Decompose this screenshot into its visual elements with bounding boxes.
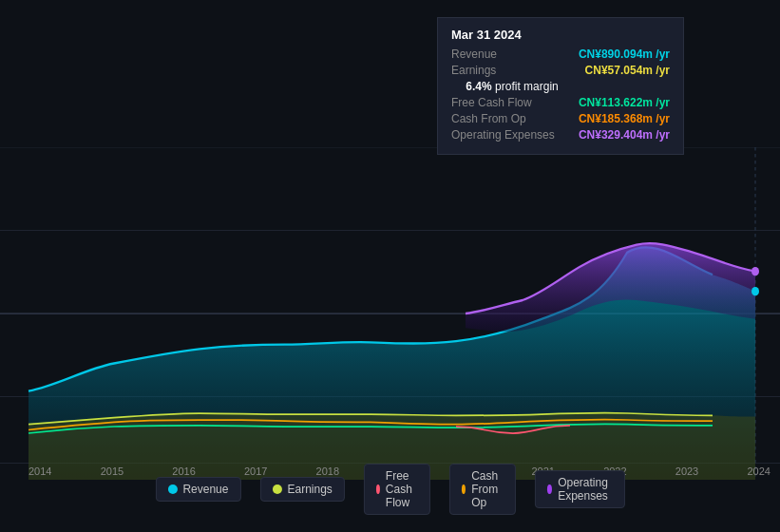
tooltip-row-cfo: Cash From Op CN¥185.368m /yr — [451, 112, 670, 125]
legend-dot-revenue — [167, 484, 177, 494]
legend-dot-opex — [547, 484, 552, 494]
legend-item-revenue[interactable]: Revenue — [155, 477, 240, 502]
x-label-2023: 2023 — [675, 466, 698, 477]
legend-label-cfo: Cash From Op — [471, 469, 504, 509]
chart-area — [0, 147, 780, 480]
legend-item-fcf[interactable]: Free Cash Flow — [364, 464, 430, 515]
tooltip-value-cfo: CN¥185.368m /yr — [579, 112, 670, 125]
tooltip-label-fcf: Free Cash Flow — [451, 96, 532, 109]
legend-dot-cfo — [462, 484, 466, 494]
tooltip-row-fcf: Free Cash Flow CN¥113.622m /yr — [451, 96, 670, 109]
tooltip-value-opex: CN¥329.404m /yr — [579, 128, 670, 142]
tooltip-margin: 6.4% profit margin — [451, 80, 670, 93]
tooltip-label-revenue: Revenue — [451, 48, 497, 61]
chart-container: Mar 31 2024 Revenue CN¥890.094m /yr Earn… — [0, 0, 780, 532]
tooltip: Mar 31 2024 Revenue CN¥890.094m /yr Earn… — [437, 17, 684, 155]
tooltip-value-fcf: CN¥113.622m /yr — [579, 96, 670, 109]
legend-label-earnings: Earnings — [287, 483, 332, 496]
x-label-2014: 2014 — [29, 466, 51, 477]
legend-label-revenue: Revenue — [182, 483, 228, 496]
legend-label-fcf: Free Cash Flow — [386, 469, 418, 509]
tooltip-label-earnings: Earnings — [451, 64, 496, 77]
tooltip-date: Mar 31 2024 — [451, 28, 670, 42]
legend-item-opex[interactable]: Operating Expenses — [535, 470, 625, 508]
svg-point-8 — [751, 267, 759, 276]
tooltip-row-revenue: Revenue CN¥890.094m /yr — [451, 48, 670, 61]
tooltip-value-revenue: CN¥890.094m /yr — [579, 48, 670, 61]
legend-dot-fcf — [376, 484, 380, 494]
tooltip-row-earnings: Earnings CN¥57.054m /yr — [451, 64, 670, 77]
tooltip-row-opex: Operating Expenses CN¥329.404m /yr — [451, 128, 670, 142]
x-label-2024: 2024 — [747, 466, 770, 477]
x-label-2015: 2015 — [101, 466, 124, 477]
legend-dot-earnings — [272, 484, 281, 494]
svg-point-7 — [751, 287, 759, 295]
legend-item-earnings[interactable]: Earnings — [259, 477, 344, 502]
legend: Revenue Earnings Free Cash Flow Cash Fro… — [155, 464, 624, 515]
legend-item-cfo[interactable]: Cash From Op — [449, 464, 516, 515]
chart-svg — [0, 147, 780, 480]
tooltip-label-cfo: Cash From Op — [451, 112, 526, 125]
tooltip-value-earnings: CN¥57.054m /yr — [585, 64, 670, 77]
tooltip-label-opex: Operating Expenses — [451, 128, 555, 142]
legend-label-opex: Operating Expenses — [558, 476, 612, 503]
